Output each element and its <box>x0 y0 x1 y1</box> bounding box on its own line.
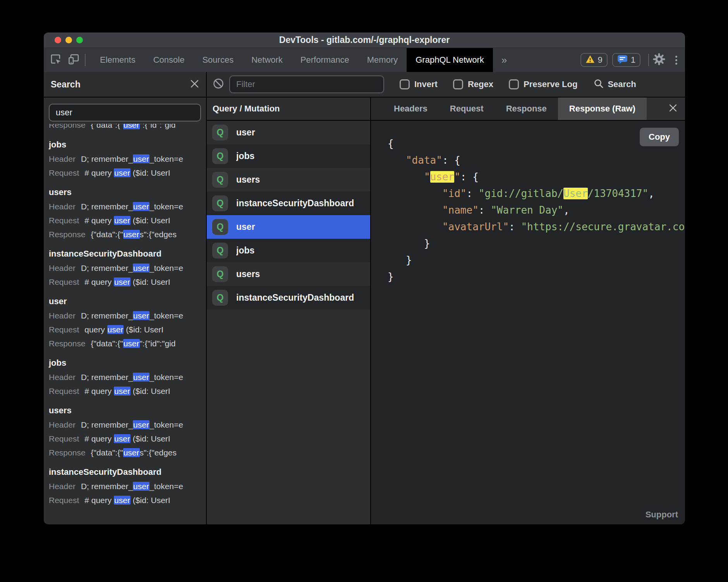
query-item-label: users <box>236 269 260 279</box>
inspect-element-icon[interactable] <box>50 53 62 67</box>
result-group-title[interactable]: users <box>49 403 201 418</box>
checkbox-box[interactable] <box>509 79 519 89</box>
detail-tab-response-raw[interactable]: Response (Raw) <box>558 98 647 120</box>
search-result-line-request[interactable]: Request# query user ($id: UserI <box>49 384 201 398</box>
query-list-item-user[interactable]: Quser <box>207 121 370 144</box>
issues-badge[interactable]: 1 <box>612 53 640 67</box>
toolbar-separator <box>85 54 86 66</box>
detail-tab-request[interactable]: Request <box>439 98 495 120</box>
query-item-label: user <box>236 127 255 138</box>
search-result-line-header[interactable]: HeaderD; remember_user_token=e <box>49 370 201 384</box>
search-results-list[interactable]: Response{"data":{"user":{"id":"gidjobsHe… <box>44 122 206 524</box>
result-group-title[interactable]: user <box>49 294 201 309</box>
devtools-tab-console[interactable]: Console <box>144 48 194 72</box>
search-result-line-response[interactable]: Response{"data":{"user":{"id":"gid <box>49 124 201 132</box>
search-input[interactable] <box>49 104 201 122</box>
search-result-line-header[interactable]: HeaderD; remember_user_token=e <box>49 479 201 493</box>
checkbox-regex[interactable]: Regex <box>453 79 493 89</box>
search-result-line-request[interactable]: Request# query user ($id: UserI <box>49 432 201 446</box>
filter-input[interactable] <box>229 75 384 93</box>
search-result-line-response[interactable]: Response{"data":{"users":{"edges <box>49 228 201 241</box>
search-result-line-header[interactable]: HeaderD; remember_user_token=e <box>49 309 201 323</box>
warnings-badge[interactable]: 9 <box>580 53 608 67</box>
query-list-item-users[interactable]: Qusers <box>207 168 370 192</box>
detail-tab-headers[interactable]: Headers <box>383 98 439 120</box>
query-list-item-instancesecuritydashboard[interactable]: QinstanceSecurityDashboard <box>207 286 370 310</box>
match-highlight: user <box>107 325 124 334</box>
search-result-line-response[interactable]: Response{"data":{"users":{"edges <box>49 446 201 460</box>
close-search-icon[interactable] <box>190 79 199 90</box>
result-line-label: Response <box>49 230 86 239</box>
result-group-title[interactable]: jobs <box>49 356 201 370</box>
detail-tab-response[interactable]: Response <box>495 98 558 120</box>
search-result-line-header[interactable]: HeaderD; remember_user_token=e <box>49 200 201 214</box>
search-result-line-request[interactable]: Request# query user ($id: UserI <box>49 275 201 289</box>
devtools-tab-performance[interactable]: Performance <box>292 48 358 72</box>
search-result-line-header[interactable]: HeaderD; remember_user_token=e <box>49 418 201 432</box>
json-line: "id": "gid://gitlab/User/13704317", <box>388 185 685 202</box>
device-toolbar-icon[interactable] <box>68 53 79 67</box>
search-result-line-request[interactable]: Request# query user ($id: UserI <box>49 166 201 180</box>
search-magnifier-icon <box>594 79 604 90</box>
block-requests-icon[interactable] <box>213 78 224 91</box>
network-search-control[interactable]: Search <box>594 79 636 90</box>
checkbox-preserve-log[interactable]: Preserve Log <box>509 79 577 89</box>
match-highlight: user <box>123 339 140 348</box>
more-tabs-chevron-icon[interactable]: » <box>493 48 515 72</box>
search-result-line-request[interactable]: Request# query user ($id: UserI <box>49 493 201 507</box>
result-line-value: D; remember_user_token=e <box>81 420 183 429</box>
query-list-item-jobs[interactable]: Qjobs <box>207 144 370 168</box>
result-line-value: D; remember_user_token=e <box>81 482 183 491</box>
result-group-title[interactable]: instanceSecurityDashboard <box>49 465 201 479</box>
support-link[interactable]: Support <box>646 510 678 520</box>
checkbox-invert[interactable]: Invert <box>400 79 438 89</box>
clipped-result-line: Response{"data":{"user":{"id":"gid <box>49 124 201 132</box>
match-highlight: user <box>133 373 149 382</box>
search-result-line-header[interactable]: HeaderD; remember_user_token=e <box>49 261 201 275</box>
query-item-label: instanceSecurityDashboard <box>236 198 354 209</box>
match-highlight: user <box>114 496 130 505</box>
search-match-highlight: user <box>430 171 455 183</box>
detail-tab-strip: HeadersRequestResponseResponse (Raw) <box>371 98 685 121</box>
result-line-label: Header <box>49 373 76 382</box>
search-panel: Search Response{"data":{"user":{"id":"gi… <box>44 72 207 524</box>
result-group-title[interactable]: instanceSecurityDashboard <box>49 246 201 261</box>
query-list-item-users[interactable]: Qusers <box>207 262 370 286</box>
result-line-value: D; remember_user_token=e <box>81 264 183 272</box>
match-highlight: user <box>133 482 149 491</box>
result-line-value: {"data":{"user":{"id":"gid <box>91 339 176 348</box>
devtools-tab-graphql-network[interactable]: GraphQL Network <box>407 48 493 72</box>
search-result-line-request[interactable]: Request# query user ($id: UserI <box>49 214 201 228</box>
search-result-line-response[interactable]: Response{"data":{"user":{"id":"gid <box>49 337 201 351</box>
search-result-group-jobs: jobsHeaderD; remember_user_token=eReques… <box>49 137 201 180</box>
screenshot-stage: DevTools - gitlab.com/-/graphql-explorer <box>0 0 728 582</box>
close-detail-icon[interactable] <box>669 104 677 114</box>
search-result-group-user: userHeaderD; remember_user_token=eReques… <box>49 294 201 351</box>
settings-gear-icon[interactable] <box>653 53 665 67</box>
devtools-toolbar: ElementsConsoleSourcesNetworkPerformance… <box>44 48 685 72</box>
search-panel-title: Search <box>51 79 81 90</box>
devtools-tab-network[interactable]: Network <box>242 48 292 72</box>
devtools-tab-memory[interactable]: Memory <box>358 48 407 72</box>
toolbar-right-group: 9 1 <box>576 48 685 72</box>
devtools-tab-elements[interactable]: Elements <box>91 48 144 72</box>
search-result-line-header[interactable]: HeaderD; remember_user_token=e <box>49 152 201 166</box>
search-result-group-users: usersHeaderD; remember_user_token=eReque… <box>49 403 201 460</box>
search-result-line-request[interactable]: Requestquery user ($id: UserI <box>49 323 201 337</box>
json-response-view[interactable]: { "data": { "user": { "id": "gid://gitla… <box>388 135 685 285</box>
result-line-label: Header <box>49 154 76 163</box>
checkbox-box[interactable] <box>453 79 463 89</box>
query-list-item-instancesecuritydashboard[interactable]: QinstanceSecurityDashboard <box>207 192 370 215</box>
query-list-item-user[interactable]: Quser <box>207 215 370 239</box>
result-group-title[interactable]: users <box>49 185 201 200</box>
query-list-item-jobs[interactable]: Qjobs <box>207 239 370 262</box>
result-line-value: D; remember_user_token=e <box>81 154 183 163</box>
match-highlight: user <box>114 168 130 177</box>
devtools-window: DevTools - gitlab.com/-/graphql-explorer <box>44 33 685 524</box>
devtools-tab-sources[interactable]: Sources <box>193 48 242 72</box>
kebab-menu-icon[interactable] <box>675 56 677 65</box>
checkbox-box[interactable] <box>400 79 410 89</box>
result-line-value: query user ($id: UserI <box>84 325 163 334</box>
result-line-label: Response <box>49 448 86 457</box>
result-group-title[interactable]: jobs <box>49 137 201 152</box>
